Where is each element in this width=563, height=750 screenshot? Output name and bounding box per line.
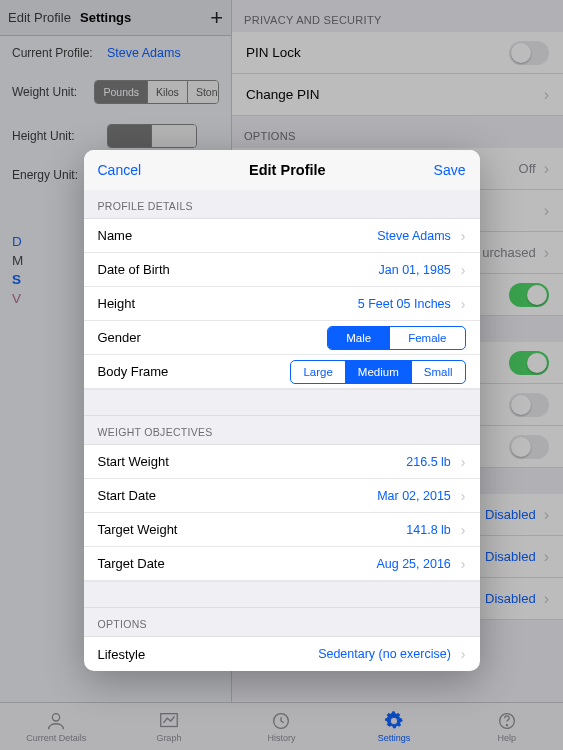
frame-label: Body Frame [98, 364, 169, 379]
gender-segmented[interactable]: Male Female [327, 326, 465, 350]
start-weight-value: 216.5 lb [406, 455, 450, 469]
name-row[interactable]: Name Steve Adams› [84, 219, 480, 253]
lifestyle-value: Sedentary (no exercise) [318, 647, 451, 661]
chevron-right-icon: › [461, 454, 466, 470]
lifestyle-label: Lifestyle [98, 647, 146, 662]
frame-segmented[interactable]: Large Medium Small [290, 360, 465, 384]
start-date-value: Mar 02, 2015 [377, 489, 451, 503]
chevron-right-icon: › [461, 228, 466, 244]
chevron-right-icon: › [461, 556, 466, 572]
edit-profile-sheet: Cancel Edit Profile Save PROFILE DETAILS… [84, 150, 480, 671]
target-weight-label: Target Weight [98, 522, 178, 537]
sheet-title: Edit Profile [141, 162, 433, 178]
chevron-right-icon: › [461, 262, 466, 278]
sheet-options-header: OPTIONS [84, 607, 480, 637]
body-frame-row: Body Frame Large Medium Small [84, 355, 480, 389]
frame-large[interactable]: Large [291, 361, 345, 383]
start-weight-row[interactable]: Start Weight 216.5 lb› [84, 445, 480, 479]
profile-details-header: PROFILE DETAILS [84, 190, 480, 219]
height-label: Height [98, 296, 136, 311]
start-weight-label: Start Weight [98, 454, 169, 469]
target-weight-value: 141.8 lb [406, 523, 450, 537]
gender-row: Gender Male Female [84, 321, 480, 355]
target-date-row[interactable]: Target Date Aug 25, 2016› [84, 547, 480, 581]
height-row[interactable]: Height 5 Feet 05 Inches› [84, 287, 480, 321]
lifestyle-row[interactable]: Lifestyle Sedentary (no exercise)› [84, 637, 480, 671]
frame-small[interactable]: Small [412, 361, 465, 383]
weight-objectives-header: WEIGHT OBJECTIVES [84, 415, 480, 445]
start-date-label: Start Date [98, 488, 157, 503]
cancel-button[interactable]: Cancel [98, 162, 142, 178]
chevron-right-icon: › [461, 296, 466, 312]
dob-value: Jan 01, 1985 [379, 263, 451, 277]
name-value: Steve Adams [377, 229, 451, 243]
chevron-right-icon: › [461, 488, 466, 504]
frame-medium[interactable]: Medium [346, 361, 412, 383]
save-button[interactable]: Save [434, 162, 466, 178]
name-label: Name [98, 228, 133, 243]
height-value: 5 Feet 05 Inches [358, 297, 451, 311]
chevron-right-icon: › [461, 646, 466, 662]
gender-male[interactable]: Male [328, 327, 390, 349]
target-date-label: Target Date [98, 556, 165, 571]
target-date-value: Aug 25, 2016 [376, 557, 450, 571]
modal-overlay: Cancel Edit Profile Save PROFILE DETAILS… [0, 0, 563, 750]
gender-label: Gender [98, 330, 141, 345]
chevron-right-icon: › [461, 522, 466, 538]
target-weight-row[interactable]: Target Weight 141.8 lb› [84, 513, 480, 547]
dob-row[interactable]: Date of Birth Jan 01, 1985› [84, 253, 480, 287]
gender-female[interactable]: Female [390, 327, 464, 349]
start-date-row[interactable]: Start Date Mar 02, 2015› [84, 479, 480, 513]
dob-label: Date of Birth [98, 262, 170, 277]
